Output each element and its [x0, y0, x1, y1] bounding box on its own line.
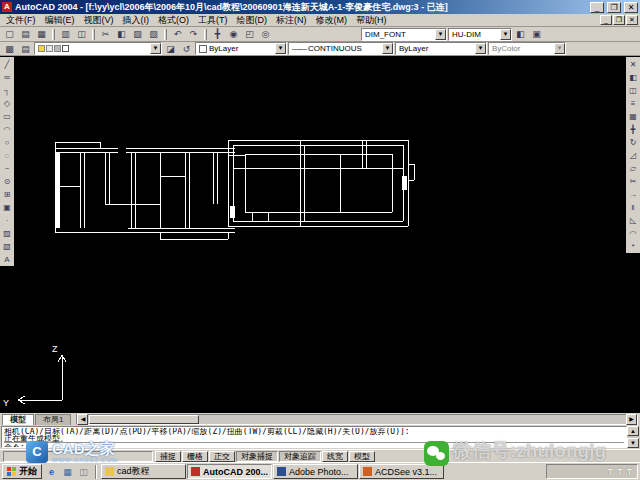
dim-style-manager-icon[interactable]: ▣ [529, 28, 544, 41]
tray-icon-0[interactable]: T [608, 467, 614, 477]
dropdown-arrow-icon[interactable]: ▼ [382, 43, 393, 54]
move-icon[interactable]: ╋ [627, 123, 640, 136]
extend-icon[interactable]: → [627, 188, 640, 201]
status-toggle-对象捕捉[interactable]: 对象捕捉 [236, 451, 278, 462]
status-toggle-对象追踪[interactable]: 对象追踪 [279, 451, 321, 462]
break-icon[interactable]: ‖ [627, 201, 640, 214]
new-icon[interactable]: ▢ [2, 28, 17, 41]
menu-item-5[interactable]: 工具(T) [194, 14, 232, 27]
polygon-icon[interactable]: ◇ [1, 97, 14, 110]
taskbar-task[interactable]: ACDSee v3.1... [359, 464, 444, 479]
taskbar-task[interactable]: AutoCAD 200... [187, 464, 272, 479]
plot-preview-icon[interactable]: ◫ [74, 28, 89, 41]
mirror-icon[interactable]: ◫ [627, 84, 640, 97]
tab-model[interactable]: 模型 [2, 414, 34, 425]
doc-restore-button[interactable]: ❐ [613, 15, 625, 25]
polyline-icon[interactable]: ┐ [1, 84, 14, 97]
copy-object-icon[interactable]: ◧ [627, 71, 640, 84]
start-button[interactable]: 开始 [2, 464, 42, 479]
redo-icon[interactable]: ↷ [186, 28, 201, 41]
rectangle-icon[interactable]: ▭ [1, 110, 14, 123]
close-button[interactable]: ✕ [624, 2, 638, 13]
save-icon[interactable]: ▦ [34, 28, 49, 41]
scroll-left-icon[interactable]: ◀ [77, 414, 88, 425]
layer-properties-manager-icon[interactable]: ▩ [2, 42, 17, 55]
doc-close-button[interactable]: ✕ [626, 15, 638, 25]
text-style-combo[interactable]: DIM_FONT ▼ [361, 28, 447, 41]
ellipse-icon[interactable]: ⊙ [1, 175, 14, 188]
taskbar-task[interactable]: cad教程 [101, 464, 186, 479]
pan-icon[interactable]: ╋ [210, 28, 225, 41]
layer-combo[interactable]: ▼ [34, 42, 162, 55]
rotate-icon[interactable]: ↻ [627, 136, 640, 149]
insert-block-icon[interactable]: ⊞ [1, 188, 14, 201]
menu-item-0[interactable]: 文件(F) [2, 14, 40, 27]
circle-icon[interactable]: ○ [1, 136, 14, 149]
scale-icon[interactable]: ◿ [627, 149, 640, 162]
doc-minimize-button[interactable]: _ [600, 15, 612, 25]
array-icon[interactable]: ▦ [627, 110, 640, 123]
tray-icon-1[interactable]: T [617, 467, 623, 477]
quicklaunch-internet-explorer-icon[interactable]: e [44, 465, 59, 479]
cut-icon[interactable]: ✂ [98, 28, 113, 41]
horizontal-scrollbar[interactable]: ◀ ▶ [76, 414, 638, 425]
match-properties-icon[interactable]: ▧ [146, 28, 161, 41]
fillet-icon[interactable]: ◠ [627, 227, 640, 240]
line-icon[interactable]: ╱ [1, 58, 14, 71]
chamfer-icon[interactable]: ◺ [627, 214, 640, 227]
make-block-icon[interactable]: ▣ [1, 201, 14, 214]
minimize-button[interactable]: _ [590, 2, 604, 13]
menu-item-8[interactable]: 修改(M) [312, 14, 352, 27]
point-icon[interactable]: · [1, 214, 14, 227]
drawing-area[interactable]: ZY [0, 56, 640, 413]
scrollbar-thumb[interactable] [89, 415, 199, 424]
layer-states-icon[interactable]: ▤ [18, 42, 33, 55]
status-toggle-线宽[interactable]: 线宽 [322, 451, 348, 462]
multiline-text-icon[interactable]: A [1, 253, 14, 266]
revision-cloud-icon[interactable]: ◌ [1, 149, 14, 162]
command-history[interactable]: 相机(CA)/目标(TA)/距离(D)/点(PO)/平移(PA)/缩放(Z)/扭… [1, 426, 627, 448]
spline-icon[interactable]: ~ [1, 162, 14, 175]
dim-style-combo[interactable]: HU-DIM ▼ [448, 28, 512, 41]
hatch-icon[interactable]: ▨ [1, 227, 14, 240]
quicklaunch-show-desktop-icon[interactable]: ▦ [60, 465, 75, 479]
scroll-up-icon[interactable]: ▲ [627, 426, 639, 436]
menu-item-6[interactable]: 绘图(D) [233, 14, 272, 27]
linetype-combo[interactable]: —— CONTINUOUS ▼ [288, 42, 394, 55]
dropdown-arrow-icon[interactable]: ▼ [475, 43, 486, 54]
arc-icon[interactable]: ◠ [1, 123, 14, 136]
tray-icon-2[interactable]: T [627, 467, 633, 477]
cad-drawing[interactable]: ZY [0, 56, 640, 413]
scroll-right-icon[interactable]: ▶ [626, 414, 637, 425]
erase-icon[interactable]: ✕ [627, 58, 640, 71]
text-style-manager-icon[interactable]: ◧ [513, 28, 528, 41]
paste-icon[interactable]: ▨ [130, 28, 145, 41]
plot-icon[interactable]: ▥ [58, 28, 73, 41]
trim-icon[interactable]: ✂ [627, 175, 640, 188]
menu-item-2[interactable]: 视图(V) [80, 14, 118, 27]
dropdown-arrow-icon[interactable]: ▼ [275, 43, 286, 54]
dropdown-arrow-icon[interactable]: ▼ [150, 43, 161, 54]
dropdown-arrow-icon[interactable]: ▼ [435, 29, 446, 40]
lineweight-combo[interactable]: ByLayer ▼ [395, 42, 487, 55]
tab-layout1[interactable]: 布局1 [35, 414, 71, 425]
offset-icon[interactable]: ≡ [627, 97, 640, 110]
taskbar-task[interactable]: Adobe Photo... [273, 464, 358, 479]
stretch-icon[interactable]: ▱ [627, 162, 640, 175]
copy-icon[interactable]: ◧ [114, 28, 129, 41]
region-icon[interactable]: ▧ [1, 240, 14, 253]
dropdown-arrow-icon[interactable]: ▼ [500, 29, 511, 40]
menu-item-1[interactable]: 编辑(E) [41, 14, 79, 27]
explode-icon[interactable]: * [627, 240, 640, 253]
menu-item-9[interactable]: 帮助(H) [352, 14, 391, 27]
construction-line-icon[interactable]: ═ [1, 71, 14, 84]
color-combo[interactable]: ByLayer ▼ [195, 42, 287, 55]
menu-item-7[interactable]: 标注(N) [272, 14, 311, 27]
status-toggle-模型[interactable]: 模型 [349, 451, 375, 462]
zoom-window-icon[interactable]: ◰ [242, 28, 257, 41]
command-prompt[interactable]: 命令: [4, 442, 624, 448]
command-scrollbar[interactable]: ▲ ▼ [627, 426, 639, 448]
status-toggle-捕捉[interactable]: 捕捉 [155, 451, 181, 462]
open-icon[interactable]: ▤ [18, 28, 33, 41]
status-toggle-正交[interactable]: 正交 [209, 451, 235, 462]
